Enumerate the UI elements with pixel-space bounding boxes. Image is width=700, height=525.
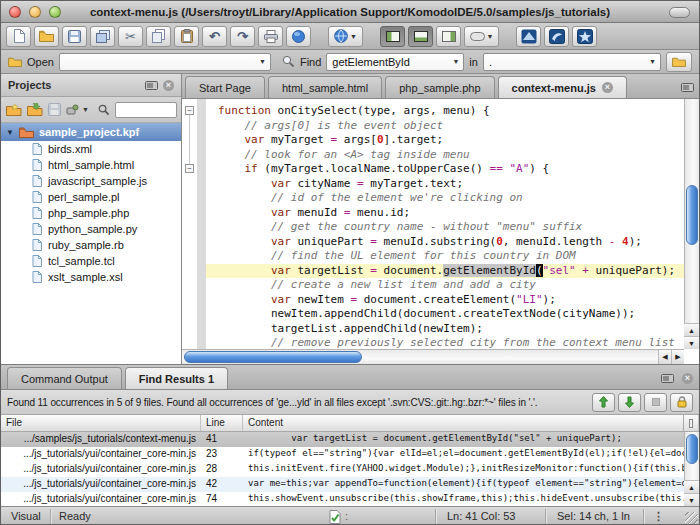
- result-row[interactable]: .../js_tutorials/yui/container_core-min.…: [1, 447, 699, 462]
- import-project-button[interactable]: [27, 103, 43, 116]
- tree-item[interactable]: tcl_sample.tcl: [1, 253, 181, 269]
- code-line[interactable]: newItem.appendChild(document.createTextN…: [206, 307, 684, 322]
- title-bar[interactable]: context-menu.js (/Users/troyt/Library/Ap…: [1, 1, 699, 23]
- panel-close-icon[interactable]: ×: [163, 80, 174, 91]
- panel-menu-icon[interactable]: [145, 81, 158, 90]
- lock-results-button[interactable]: [670, 393, 693, 412]
- statusbar-menu-dots[interactable]: ⋮: [653, 510, 664, 523]
- result-row[interactable]: .../samples/js_tutorials/context-menu.js…: [1, 432, 699, 447]
- tab-php-sample[interactable]: php_sample.php: [385, 76, 494, 98]
- editor-vscrollbar[interactable]: ▲ ▼: [684, 99, 699, 349]
- scroll-up-icon[interactable]: ▲: [684, 480, 699, 493]
- preview-button[interactable]: [286, 26, 311, 47]
- panel-close-icon[interactable]: ×: [682, 373, 693, 384]
- scroll-left-icon[interactable]: ◀: [658, 350, 671, 364]
- tab-html-sample[interactable]: html_sample.html: [268, 76, 382, 98]
- open-file-button[interactable]: [34, 26, 59, 47]
- tree-item[interactable]: xslt_sample.xsl: [1, 269, 181, 285]
- code-line[interactable]: // create a new list item and add a city: [206, 278, 684, 293]
- tab-start-page[interactable]: Start Page: [185, 76, 265, 98]
- scroll-right-icon[interactable]: ▶: [671, 350, 684, 364]
- editor-hscrollbar[interactable]: ◀ ▶: [182, 349, 684, 364]
- browse-directory-button[interactable]: [666, 52, 692, 72]
- close-tab-icon[interactable]: ×: [602, 82, 613, 93]
- copy-button[interactable]: [146, 26, 171, 47]
- fold-marker-icon[interactable]: −: [185, 106, 194, 115]
- zoom-window-button[interactable]: [49, 6, 61, 18]
- minimize-window-button[interactable]: [29, 6, 41, 18]
- vscroll-thumb[interactable]: [686, 434, 698, 464]
- column-header-content[interactable]: Content: [243, 415, 683, 431]
- code-line[interactable]: // remove previously selected city from …: [206, 336, 684, 349]
- find-in-combobox[interactable]: . ▼: [483, 53, 661, 71]
- syntax-status-menu[interactable]: :: [345, 510, 348, 522]
- tab-command-output[interactable]: Command Output: [7, 367, 122, 389]
- undo-button[interactable]: ↶: [202, 26, 227, 47]
- new-project-button[interactable]: [6, 103, 22, 116]
- tree-item[interactable]: ruby_sample.rb: [1, 237, 181, 253]
- paste-button[interactable]: [174, 26, 199, 47]
- komodo-tool-3-button[interactable]: [572, 26, 597, 47]
- column-picker-icon[interactable]: [683, 415, 699, 431]
- macro-record-button[interactable]: ▼: [464, 26, 499, 47]
- close-window-button[interactable]: [9, 6, 21, 18]
- fold-marker-icon[interactable]: −: [185, 164, 194, 173]
- save-button[interactable]: [62, 26, 87, 47]
- disclosure-triangle-icon[interactable]: ▼: [6, 128, 14, 137]
- find-combobox[interactable]: getElementById ▼: [326, 53, 464, 71]
- code-line[interactable]: // find the UL element for this country …: [206, 249, 684, 264]
- open-combobox[interactable]: ▼: [59, 53, 271, 71]
- tree-item[interactable]: birds.xml: [1, 141, 181, 157]
- syntax-check-icon[interactable]: [329, 510, 341, 524]
- scroll-down-icon[interactable]: ▼: [684, 493, 699, 506]
- code-line[interactable]: var uniquePart = menuId.substring(0, men…: [206, 235, 684, 250]
- project-tools-button[interactable]: ▼: [66, 104, 89, 116]
- code-line[interactable]: // id of the element we're clicking on: [206, 191, 684, 206]
- scroll-up-icon[interactable]: ▲: [684, 323, 699, 336]
- komodo-tool-1-button[interactable]: [516, 26, 541, 47]
- previous-result-button[interactable]: [592, 393, 615, 412]
- next-result-button[interactable]: [618, 393, 641, 412]
- scroll-down-icon[interactable]: ▼: [684, 336, 699, 349]
- tab-list-menu-icon[interactable]: [681, 83, 694, 92]
- stop-search-button[interactable]: [644, 393, 667, 412]
- new-file-button[interactable]: [6, 26, 31, 47]
- toggle-right-pane-button[interactable]: [436, 26, 461, 47]
- komodo-tool-2-button[interactable]: [544, 26, 569, 47]
- result-row[interactable]: .../js_tutorials/yui/container_core-min.…: [1, 462, 699, 477]
- code-line[interactable]: targetList.appendChild(newItem);: [206, 322, 684, 337]
- browser-preview-button[interactable]: ▼: [328, 26, 363, 47]
- code-editor[interactable]: − − function onCitySelect(type, args, me…: [182, 99, 699, 364]
- resize-grip[interactable]: [685, 512, 698, 525]
- result-row[interactable]: .../js_tutorials/yui/container_core-min.…: [1, 477, 699, 492]
- code-line-current[interactable]: var targetList = document.getElementById…: [206, 264, 684, 279]
- column-header-line[interactable]: Line: [201, 415, 243, 431]
- code-line[interactable]: // look for an <A> tag inside menu: [206, 148, 684, 163]
- tree-item[interactable]: javascript_sample.js: [1, 173, 181, 189]
- result-row[interactable]: .../js_tutorials/yui/container_core-min.…: [1, 492, 699, 506]
- hscroll-thumb[interactable]: [184, 351, 362, 363]
- tree-item-root[interactable]: ▼ sample_project.kpf: [1, 123, 181, 141]
- tree-item[interactable]: python_sample.py: [1, 221, 181, 237]
- tab-context-menu[interactable]: context-menu.js×: [498, 76, 627, 98]
- column-header-file[interactable]: File: [1, 415, 201, 431]
- save-project-button[interactable]: [48, 103, 61, 116]
- tree-item[interactable]: html_sample.html: [1, 157, 181, 173]
- toggle-left-pane-button[interactable]: [380, 26, 405, 47]
- cut-button[interactable]: ✂: [118, 26, 143, 47]
- results-vscrollbar[interactable]: ▲ ▼: [684, 432, 699, 506]
- panel-menu-icon[interactable]: [661, 374, 674, 383]
- code-line[interactable]: function onCitySelect(type, args, menu) …: [206, 104, 684, 119]
- toolbar-toggle-lozenge[interactable]: [669, 7, 690, 18]
- vscroll-thumb[interactable]: [686, 185, 698, 245]
- toggle-bottom-pane-button[interactable]: [408, 26, 433, 47]
- print-button[interactable]: [258, 26, 283, 47]
- tree-item[interactable]: perl_sample.pl: [1, 189, 181, 205]
- code-line[interactable]: var cityName = myTarget.text;: [206, 177, 684, 192]
- code-line[interactable]: var myTarget = args[0].target;: [206, 133, 684, 148]
- code-line[interactable]: var newItem = document.createElement("LI…: [206, 293, 684, 308]
- code-line[interactable]: var menuId = menu.id;: [206, 206, 684, 221]
- save-all-button[interactable]: [90, 26, 115, 47]
- redo-button[interactable]: ↷: [230, 26, 255, 47]
- tree-item[interactable]: php_sample.php: [1, 205, 181, 221]
